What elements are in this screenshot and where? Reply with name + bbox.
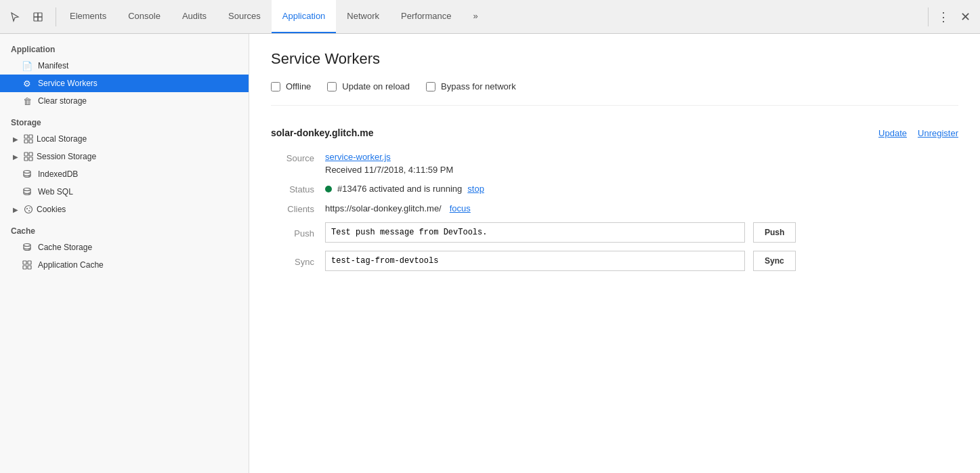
sidebar-item-cookies-label: Cookies <box>37 205 66 214</box>
trash-icon: 🗑 <box>22 96 33 106</box>
bypass-for-network-checkbox-label[interactable]: Bypass for network <box>426 81 516 91</box>
sidebar-item-local-storage[interactable]: ▶ Local Storage <box>0 130 249 148</box>
sidebar-item-indexeddb-label: IndexedDB <box>38 169 78 179</box>
tab-overflow[interactable]: » <box>462 0 488 33</box>
sidebar-item-cache-storage[interactable]: Cache Storage <box>0 239 249 256</box>
clients-label: Clients <box>271 203 325 222</box>
main-layout: Application 📄 Manifest ⚙ Service Workers… <box>0 34 980 473</box>
tab-elements[interactable]: Elements <box>59 0 117 33</box>
more-options-button[interactable]: ⋮ <box>934 7 953 26</box>
top-bar: Elements Console Audits Sources Applicat… <box>0 0 980 34</box>
svg-point-18 <box>24 244 30 247</box>
cursor-icon[interactable] <box>5 7 24 26</box>
sync-button[interactable]: Sync <box>753 251 796 271</box>
svg-rect-9 <box>29 152 33 156</box>
close-button[interactable]: ✕ <box>956 7 975 26</box>
db-icon-websql <box>22 186 33 197</box>
tab-audits[interactable]: Audits <box>171 0 217 33</box>
grid-icon-local <box>23 133 34 144</box>
svg-rect-20 <box>28 261 31 264</box>
status-row-inner: #13476 activated and is running stop <box>325 184 958 194</box>
sidebar-item-service-workers-label: Service Workers <box>38 79 98 88</box>
top-bar-right-controls: ⋮ ✕ <box>928 7 975 26</box>
sidebar-item-manifest-label: Manifest <box>38 61 68 70</box>
sidebar-item-session-storage[interactable]: ▶ Session Storage <box>0 148 249 165</box>
sync-label: Sync <box>271 251 325 271</box>
push-row-inner: Push <box>325 222 958 243</box>
svg-rect-19 <box>23 261 26 264</box>
sidebar-item-application-cache-label: Application Cache <box>38 260 104 270</box>
svg-rect-10 <box>24 157 28 161</box>
push-button[interactable]: Push <box>753 222 796 243</box>
clients-row-inner: https://solar-donkey.glitch.me/ focus <box>325 203 958 213</box>
offline-label: Offline <box>286 81 311 91</box>
source-value-cell: service-worker.js Received 11/7/2018, 4:… <box>325 152 958 183</box>
tab-application[interactable]: Application <box>272 0 337 33</box>
svg-point-13 <box>24 188 30 191</box>
focus-link[interactable]: focus <box>450 203 471 213</box>
worker-details-table: Source service-worker.js Received 11/7/2… <box>271 152 958 271</box>
arrow-right-icon-session: ▶ <box>11 152 20 161</box>
offline-checkbox[interactable] <box>271 82 280 91</box>
sidebar-item-manifest[interactable]: 📄 Manifest <box>0 57 249 75</box>
svg-rect-5 <box>29 135 33 138</box>
tab-performance[interactable]: Performance <box>390 0 462 33</box>
inspect-icon[interactable] <box>28 7 47 26</box>
tab-network[interactable]: Network <box>336 0 390 33</box>
tab-sources[interactable]: Sources <box>217 0 272 33</box>
worker-hostname: solar-donkey.glitch.me <box>271 127 373 138</box>
manifest-icon: 📄 <box>22 60 33 71</box>
sync-row-inner: Sync <box>325 251 958 271</box>
svg-rect-2 <box>34 17 38 21</box>
sidebar-item-indexeddb[interactable]: IndexedDB <box>0 165 249 183</box>
update-link[interactable]: Update <box>878 128 907 138</box>
tab-list: Elements Console Audits Sources Applicat… <box>59 0 928 33</box>
sidebar-item-web-sql[interactable]: Web SQL <box>0 183 249 201</box>
cookie-icon <box>23 204 34 215</box>
worker-actions: Update Unregister <box>878 128 958 138</box>
push-row: Push Push <box>271 222 958 251</box>
options-row: Offline Update on reload Bypass for netw… <box>271 81 958 106</box>
grid-icon-app-cache <box>22 260 33 270</box>
bypass-for-network-label: Bypass for network <box>441 81 516 91</box>
sidebar-item-cookies[interactable]: ▶ Cookies <box>0 201 249 218</box>
tab-console[interactable]: Console <box>117 0 171 33</box>
source-link[interactable]: service-worker.js <box>325 152 391 162</box>
sidebar-item-clear-storage-label: Clear storage <box>38 96 87 106</box>
sidebar-item-clear-storage[interactable]: 🗑 Clear storage <box>0 92 249 110</box>
content-area: Service Workers Offline Update on reload… <box>249 34 980 473</box>
sidebar-item-application-cache[interactable]: Application Cache <box>0 256 249 274</box>
worker-hostname-row: solar-donkey.glitch.me Update Unregister <box>271 127 958 138</box>
push-input[interactable] <box>325 222 745 243</box>
update-on-reload-checkbox[interactable] <box>327 82 337 91</box>
unregister-link[interactable]: Unregister <box>918 128 958 138</box>
received-value: Received 11/7/2018, 4:11:59 PM <box>325 165 958 175</box>
gear-icon: ⚙ <box>22 78 33 89</box>
svg-rect-3 <box>38 17 42 21</box>
svg-rect-11 <box>29 157 33 161</box>
push-value-cell: Push <box>325 222 958 251</box>
svg-rect-1 <box>38 13 42 17</box>
svg-point-14 <box>25 206 33 213</box>
source-row: Source service-worker.js Received 11/7/2… <box>271 152 958 183</box>
sidebar-item-service-workers[interactable]: ⚙ Service Workers <box>0 75 249 92</box>
svg-rect-0 <box>34 13 38 17</box>
update-on-reload-label: Update on reload <box>342 81 410 91</box>
bypass-for-network-checkbox[interactable] <box>426 82 435 91</box>
offline-checkbox-label[interactable]: Offline <box>271 81 311 91</box>
clients-value-cell: https://solar-donkey.glitch.me/ focus <box>325 203 958 222</box>
svg-rect-7 <box>29 140 33 143</box>
svg-point-12 <box>24 171 30 173</box>
svg-rect-21 <box>23 266 26 269</box>
page-title: Service Workers <box>271 50 958 68</box>
sidebar-section-storage: Storage <box>0 110 249 130</box>
grid-icon-session <box>23 151 34 162</box>
svg-rect-22 <box>28 266 31 269</box>
stop-link[interactable]: stop <box>467 184 484 194</box>
toolbar-icons <box>5 7 56 26</box>
svg-point-15 <box>26 208 28 209</box>
sync-input[interactable] <box>325 251 745 271</box>
db-icon-cache <box>22 242 33 253</box>
update-on-reload-checkbox-label[interactable]: Update on reload <box>327 81 410 91</box>
sidebar-item-local-storage-label: Local Storage <box>37 134 87 144</box>
